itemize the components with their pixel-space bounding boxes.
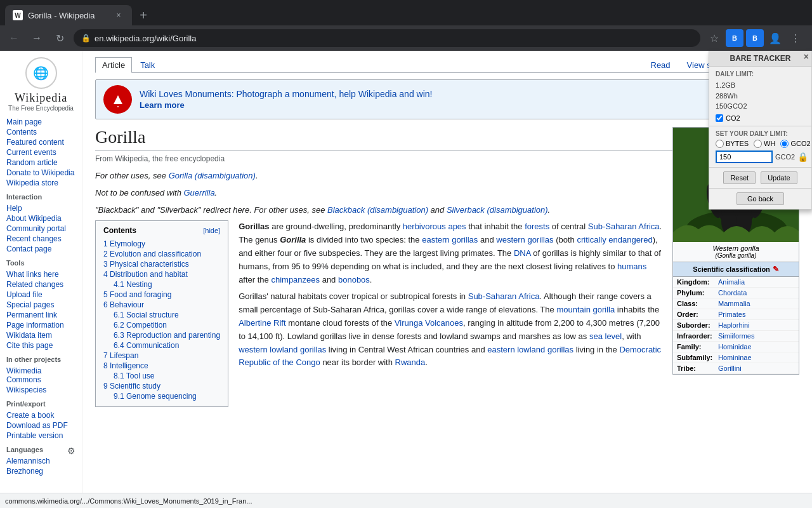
bare-tracker-close-button[interactable]: × xyxy=(804,52,809,61)
menu-icon[interactable]: ⋮ xyxy=(787,29,804,47)
infobox-value[interactable]: Gorillini xyxy=(718,364,742,372)
infobox-value[interactable]: Hominidae xyxy=(718,343,752,351)
apes-link[interactable]: apes xyxy=(448,222,466,231)
toc-item[interactable]: 4 Distribution and habitat xyxy=(103,270,188,279)
toc-item[interactable]: 8 Intelligence xyxy=(103,361,148,370)
limit-input[interactable] xyxy=(716,150,773,163)
infobox-value[interactable]: Haplorhini xyxy=(718,321,750,329)
western-lowland-link[interactable]: western lowland gorillas xyxy=(239,345,326,354)
go-back-button[interactable]: Go back xyxy=(737,192,784,205)
sidebar-item-wikimedia[interactable]: Wikimedia Commons xyxy=(6,366,75,385)
bookmark-icon[interactable]: ☆ xyxy=(705,29,723,47)
humans-link[interactable]: humans xyxy=(617,262,646,271)
toc-item[interactable]: 2 Evolution and classification xyxy=(103,250,201,258)
subsaharan2-link[interactable]: Sub-Saharan Africa xyxy=(468,291,540,301)
sidebar-item-help[interactable]: Help xyxy=(6,203,75,213)
sidebar-item-create-book[interactable]: Create a book xyxy=(6,410,75,420)
notice-learn-more[interactable]: Learn more xyxy=(140,100,791,110)
infobox-value[interactable]: Simiiformes xyxy=(718,332,754,340)
mountain-gorilla-link[interactable]: mountain gorilla xyxy=(556,305,615,314)
radio-gco2-input[interactable] xyxy=(780,140,789,148)
sidebar-item-random[interactable]: Random article xyxy=(6,157,75,168)
forward-button[interactable]: → xyxy=(28,29,46,47)
sidebar-item-upload[interactable]: Upload file xyxy=(6,290,75,300)
sea-level-link[interactable]: sea level xyxy=(589,331,622,341)
sidebar-item-printable[interactable]: Printable version xyxy=(6,431,75,441)
extension1-icon[interactable]: B xyxy=(726,29,743,47)
sidebar-item-download-pdf[interactable]: Download as PDF xyxy=(6,420,75,431)
account-icon[interactable]: 👤 xyxy=(766,29,784,47)
sidebar-item-events[interactable]: Current events xyxy=(6,147,75,157)
sidebar-item-brezhoneg[interactable]: Brezhoneg xyxy=(6,466,75,476)
infobox-value[interactable]: Mammalia xyxy=(718,300,750,307)
toc-item[interactable]: 6.2 Competition xyxy=(114,321,167,330)
new-tab-button[interactable]: + xyxy=(134,6,152,24)
sidebar-item-page-info[interactable]: Page information xyxy=(6,320,75,330)
reset-button[interactable]: Reset xyxy=(723,171,756,184)
toc-item[interactable]: 5 Food and foraging xyxy=(103,290,171,299)
sidebar-item-donate[interactable]: Donate to Wikipedia xyxy=(6,168,75,178)
tab-talk[interactable]: Talk xyxy=(133,57,162,72)
tab-article[interactable]: Article xyxy=(95,57,132,73)
sidebar-item-permalink[interactable]: Permanent link xyxy=(6,310,75,320)
tab-close-button[interactable]: × xyxy=(113,10,124,21)
toc-hide-button[interactable]: [hide] xyxy=(203,227,220,234)
lang-settings-icon[interactable]: ⚙ xyxy=(67,446,75,456)
critically-endangered-link[interactable]: critically endangered xyxy=(577,235,652,244)
tab-read[interactable]: Read xyxy=(644,57,678,72)
toc-item[interactable]: 9.1 Genome sequencing xyxy=(114,392,197,401)
active-tab[interactable]: W Gorilla - Wikipedia × xyxy=(5,5,132,25)
forests-link[interactable]: forests xyxy=(525,222,549,231)
blackback-link[interactable]: Blackback (disambiguation) xyxy=(327,205,428,215)
toc-item[interactable]: 4.1 Nesting xyxy=(114,280,152,289)
sidebar-item-cite[interactable]: Cite this page xyxy=(6,340,75,351)
sidebar-item-main-page[interactable]: Main page xyxy=(6,117,75,127)
eastern-lowland-link[interactable]: eastern lowland gorillas xyxy=(487,345,573,354)
sidebar-item-contents[interactable]: Contents xyxy=(6,127,75,137)
sidebar-item-store[interactable]: Wikipedia store xyxy=(6,178,75,188)
sidebar-item-what-links[interactable]: What links here xyxy=(6,269,75,279)
subsaharan-link[interactable]: Sub-Saharan Africa xyxy=(588,222,660,231)
radio-wh-input[interactable] xyxy=(754,140,762,148)
dna-link[interactable]: DNA xyxy=(514,248,531,258)
toc-item[interactable]: 3 Physical characteristics xyxy=(103,260,189,269)
toc-item[interactable]: 7 Lifespan xyxy=(103,351,138,360)
address-input-container[interactable]: 🔒 en.wikipedia.org/wiki/Gorilla xyxy=(74,29,700,47)
back-button[interactable]: ← xyxy=(5,29,23,47)
toc-item[interactable]: 9 Scientific study xyxy=(103,382,160,391)
sidebar-item-contact[interactable]: Contact page xyxy=(6,244,75,254)
sidebar-item-related-changes[interactable]: Related changes xyxy=(6,279,75,290)
toc-item[interactable]: 6.1 Social structure xyxy=(114,311,179,319)
infobox-value[interactable]: Primates xyxy=(718,311,745,318)
herbivorous-link[interactable]: herbivorous xyxy=(403,222,446,231)
disambiguation-link-2[interactable]: Guerrilla xyxy=(183,188,214,197)
eastern-gorillas-link[interactable]: eastern gorillas xyxy=(422,235,478,244)
refresh-button[interactable]: ↻ xyxy=(51,29,69,47)
infobox-value[interactable]: Animalia xyxy=(718,278,745,286)
extension2-icon[interactable]: B xyxy=(746,29,764,47)
toc-item[interactable]: 6 Behaviour xyxy=(103,300,144,309)
toc-item[interactable]: 6.4 Communication xyxy=(114,341,179,350)
infobox-value[interactable]: Chordata xyxy=(718,289,747,297)
toc-item[interactable]: 1 Etymology xyxy=(103,239,145,248)
sidebar-item-alemannisch[interactable]: Alemannisch xyxy=(6,456,75,466)
bonobos-link[interactable]: bonobos xyxy=(338,275,370,284)
infobox-value[interactable]: Homininae xyxy=(718,354,752,361)
silverback-link[interactable]: Silverback (disambiguation) xyxy=(447,205,548,215)
update-button[interactable]: Update xyxy=(761,171,797,184)
sidebar-item-wikidata[interactable]: Wikidata item xyxy=(6,330,75,340)
rwanda-link[interactable]: Rwanda xyxy=(395,358,426,367)
sidebar-item-special[interactable]: Special pages xyxy=(6,300,75,310)
co2-checkbox[interactable] xyxy=(716,114,723,122)
notice-link[interactable]: Wiki Loves Monuments: Photograph a monum… xyxy=(140,89,432,99)
radio-bytes-input[interactable] xyxy=(716,140,724,148)
virunga-link[interactable]: Virunga Volcanoes xyxy=(395,318,463,328)
toc-item[interactable]: 8.1 Tool use xyxy=(114,371,155,380)
sidebar-item-featured[interactable]: Featured content xyxy=(6,137,75,147)
sidebar-item-wikispecies[interactable]: Wikispecies xyxy=(6,385,75,395)
albertine-link[interactable]: Albertine Rift xyxy=(239,318,285,328)
chimpanzees-link[interactable]: chimpanzees xyxy=(271,275,320,284)
toc-item[interactable]: 6.3 Reproduction and parenting xyxy=(114,331,220,340)
sidebar-item-community[interactable]: Community portal xyxy=(6,224,75,234)
sidebar-item-recent-changes[interactable]: Recent changes xyxy=(6,234,75,244)
